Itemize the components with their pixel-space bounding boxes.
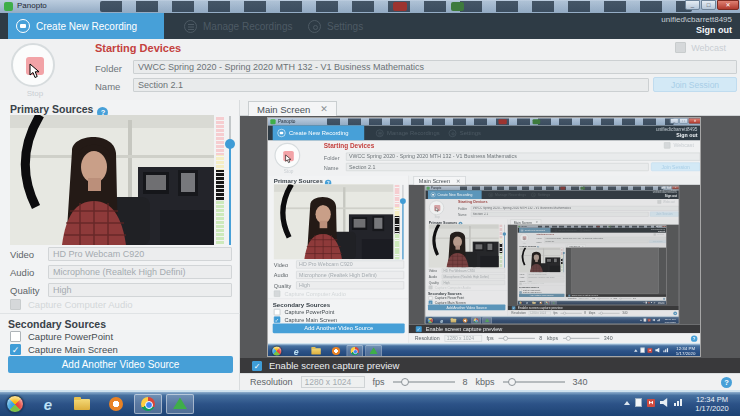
start-button[interactable] (6, 395, 24, 413)
close-button[interactable]: ✕ (717, 0, 739, 10)
enable-preview-label: Enable screen capture preview (269, 360, 399, 371)
screen-capture-clone: Panopto _ □ ✕ Create New Recording Manag… (425, 186, 679, 324)
tab-manage-recordings[interactable]: Manage Recordings (184, 13, 293, 39)
fps-value: 8 (584, 312, 586, 315)
video-source-select: HD Pro Webcam C920 (527, 273, 564, 276)
tab-close-icon[interactable]: ✕ (320, 104, 328, 114)
sign-out-link[interactable]: Sign out (661, 25, 732, 35)
top-navbar: Create New Recording Manage Recordings S… (0, 13, 740, 39)
folder-label: Folder (324, 154, 340, 160)
tab-create-new-recording[interactable]: Create New Recording (8, 13, 164, 39)
name-label: Name (537, 241, 542, 243)
folder-icon (532, 302, 535, 304)
enable-preview-checkbox[interactable]: ✓ (252, 361, 262, 371)
capture-main-screen-checkbox[interactable]: ✓ (10, 344, 21, 355)
tab-settings: Settings (531, 190, 550, 199)
kbps-value: 340 (573, 377, 588, 387)
taskbar-ie-button: e (437, 317, 447, 324)
capture-computer-audio-checkbox (429, 286, 433, 290)
webcast-checkbox[interactable] (675, 42, 686, 53)
tray-speaker-icon[interactable] (660, 398, 669, 407)
sign-out-link: Sign out (651, 230, 665, 232)
quality-select[interactable]: High (48, 283, 232, 297)
fps-slider-handle[interactable] (401, 378, 409, 386)
audio-volume-slider[interactable] (229, 116, 231, 245)
maximize-button[interactable]: □ (701, 0, 716, 10)
screen-capture-nested: Panopto _ □ ✕ Create New Recording Manag… (517, 225, 666, 305)
taskbar-ie-button[interactable]: e (34, 394, 62, 414)
minimize-button[interactable]: _ (685, 0, 700, 10)
desktop-icon-green (533, 119, 541, 124)
info-icon[interactable]: ? (721, 377, 732, 388)
kbps-slider[interactable] (503, 381, 565, 383)
taskbar-explorer-button[interactable] (68, 394, 96, 414)
tab-create-new-recording: Create New Recording (273, 125, 365, 140)
mouse-cursor (523, 237, 525, 240)
folder-icon (451, 319, 457, 323)
screen-capture-nested: Panopto _ □ ✕ Create New Recording Manag… (268, 118, 701, 357)
video-source-select: HD Pro Webcam C920 (442, 268, 505, 273)
tray-action-center-icon[interactable] (647, 399, 655, 407)
kbps-label: kbps (476, 377, 495, 387)
clock-date: 1/17/2020 (661, 321, 679, 324)
tab-settings[interactable]: Settings (308, 13, 363, 39)
chrome-icon (546, 302, 549, 305)
close-button: ✕ (672, 186, 679, 189)
clock-date: 1/17/2020 (670, 351, 701, 356)
name-input (471, 212, 649, 217)
taskbar-panopto-button[interactable] (166, 394, 194, 414)
fps-label: fps (553, 312, 557, 315)
stop-button-label: Stop (11, 89, 59, 98)
fps-slider-handle (503, 336, 508, 341)
screen-preview-area: Main Screen ✕ Panopto _ □ ✕ Create New R… (240, 100, 740, 390)
add-another-video-source-button[interactable]: Add Another Video Source (8, 356, 233, 373)
taskbar-media-player-button[interactable] (102, 394, 130, 414)
system-tray (640, 319, 660, 322)
desktop-icon-red (393, 2, 407, 11)
chrome-icon (141, 397, 155, 411)
kbps-slider (563, 338, 599, 339)
webcast-checkbox (664, 142, 670, 148)
folder-input[interactable] (133, 60, 737, 74)
enable-preview-bar: ✓ Enable screen capture preview (409, 325, 701, 334)
folder-input (471, 206, 679, 211)
tray-network-icon[interactable] (674, 399, 682, 406)
audio-source-select[interactable]: Microphone (Realtek High Defini) (48, 265, 232, 279)
taskbar-clock[interactable]: 12:34 PM 1/17/2020 (686, 395, 738, 413)
media-player-icon (539, 302, 542, 305)
secondary-sources-title: Secondary Sources (273, 301, 331, 308)
capture-powerpoint-checkbox[interactable] (10, 331, 21, 342)
list-circle-icon (376, 129, 384, 136)
resolution-input[interactable] (301, 376, 365, 388)
video-source-select[interactable]: HD Pro Webcam C920 (48, 247, 232, 261)
kbps-slider-handle[interactable] (508, 378, 516, 386)
windows-taskbar: e 12:34 PM 1/17/2020 (268, 344, 701, 357)
taskbar-chrome-button[interactable] (134, 394, 162, 414)
media-player-icon (332, 347, 340, 355)
capture-powerpoint-label: Capture PowerPoint (435, 296, 464, 300)
preview-tabbar: Main Screen ✕ (240, 100, 740, 116)
capture-main-screen-label: Capture Main Screen (284, 316, 337, 322)
fps-slider-handle (563, 312, 566, 315)
name-input[interactable] (133, 78, 649, 92)
panel-divider (0, 313, 240, 314)
webcam-video-image (429, 224, 499, 267)
panopto-app-icon (4, 2, 13, 11)
volume-slider-handle[interactable] (225, 139, 235, 149)
add-another-video-source-button: Add Another Video Source (519, 294, 564, 297)
fps-slider[interactable] (393, 381, 455, 383)
capture-computer-audio-checkbox (274, 290, 280, 296)
capture-computer-audio-checkbox[interactable] (10, 299, 21, 310)
tab-settings: Settings (449, 125, 481, 140)
audio-label: Audio (10, 267, 34, 278)
tray-document-icon[interactable] (635, 398, 642, 407)
clock-date: 1/17/2020 (686, 404, 738, 413)
quality-select: High (442, 280, 505, 285)
tray-expand-icon[interactable] (624, 401, 630, 405)
internet-explorer-icon: e (440, 318, 443, 324)
tab-main-screen[interactable]: Main Screen ✕ (248, 101, 337, 116)
taskbar-explorer-button (449, 317, 459, 324)
fps-label: fps (373, 377, 385, 387)
tab-main-screen: Main Screen ✕ (413, 176, 465, 185)
join-session-button[interactable]: Join Session (653, 77, 737, 92)
